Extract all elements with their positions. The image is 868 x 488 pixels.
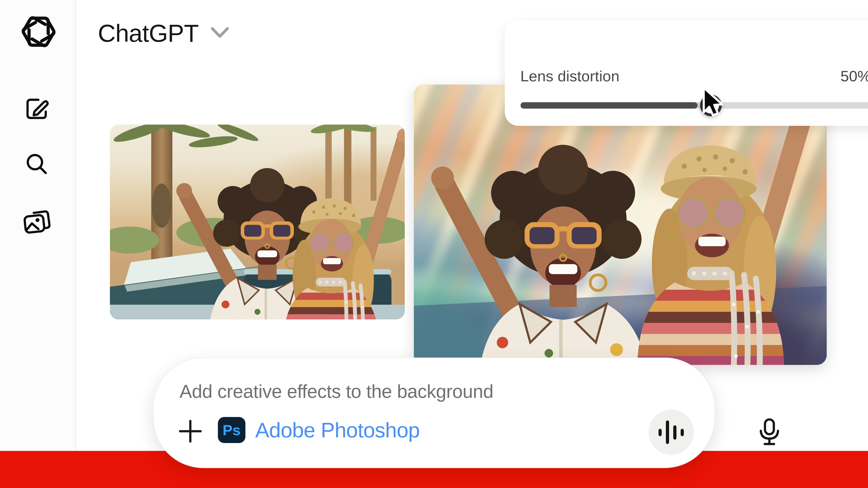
photoshop-badge-icon: Ps <box>218 417 245 443</box>
microphone-button[interactable] <box>756 418 783 448</box>
slider-fill <box>521 102 698 108</box>
adobe-photoshop-chip[interactable]: Ps Adobe Photoshop <box>218 417 420 443</box>
page-title: ChatGPT <box>98 19 199 47</box>
photo-scene <box>110 125 405 319</box>
sidebar <box>0 0 76 488</box>
lens-distortion-panel: Lens distortion 50% <box>505 20 868 126</box>
lens-distortion-slider[interactable] <box>521 82 868 129</box>
openai-logo <box>22 15 56 50</box>
plus-icon <box>179 420 202 443</box>
photoshop-app-name: Adobe Photoshop <box>255 418 420 442</box>
original-photo <box>110 125 405 319</box>
library-icon[interactable] <box>23 207 52 237</box>
new-chat-icon[interactable] <box>25 96 49 122</box>
microphone-icon <box>756 418 783 448</box>
chevron-down-icon[interactable] <box>211 27 229 39</box>
voice-waveform-icon <box>656 418 686 447</box>
mouse-cursor-icon <box>701 87 731 124</box>
search-icon[interactable] <box>25 152 49 177</box>
voice-mode-button[interactable] <box>649 410 694 455</box>
prompt-card: Add creative effects to the background P… <box>153 358 715 468</box>
prompt-input[interactable]: Add creative effects to the background <box>180 381 494 402</box>
attach-plus-button[interactable] <box>179 420 202 443</box>
